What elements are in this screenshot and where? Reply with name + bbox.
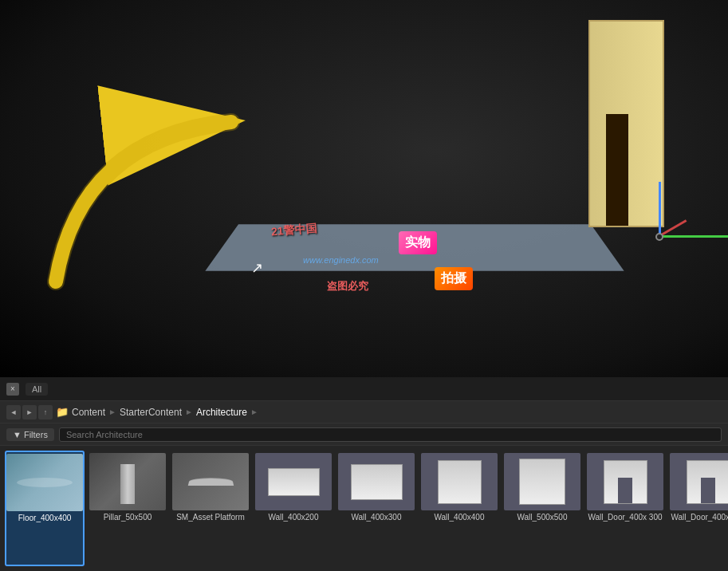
asset-item-wall-400x300[interactable]: Wall_400x300 [336,451,416,566]
asset-thumb-wall-400x300 [338,453,415,510]
asset-item-wall-door-400x400[interactable]: Wall_Door_400x 400 [668,451,728,566]
asset-thumb-pillar [89,453,166,510]
navigation-buttons: ◄ ► ↑ [6,405,53,419]
asset-item-wall-400x400[interactable]: Wall_400x400 [419,451,499,566]
wall-door-300-thumbnail [587,453,663,510]
door-cutout-300 [618,478,632,503]
gizmo-y-axis [659,182,661,238]
asset-thumb-wall-door-400x400 [670,453,728,510]
close-button[interactable]: × [6,383,19,396]
gizmo-x-axis [659,235,728,238]
asset-label-wall-door-400x400: Wall_Door_400x 400 [671,513,728,522]
wall-500-thumbnail [504,453,580,510]
asset-label-wall-door-400x300: Wall_Door_400x 300 [588,513,662,522]
wall-door-300-shape [604,460,647,504]
breadcrumb-startercontent[interactable]: StarterContent [120,407,182,418]
filter-button[interactable]: ▼ Filters [6,428,54,441]
asset-label-floor-400x400: Floor_400x400 [18,514,72,523]
asset-thumb-wall-door-400x300 [587,453,663,510]
asset-item-pillar-50x500[interactable]: Pillar_50x500 [88,451,167,566]
asset-thumb-platform [172,453,249,510]
asset-grid: Floor_400x400 Pillar_50x500 SM_Asset Pla… [0,446,728,571]
asset-item-wall-400x200[interactable]: Wall_400x200 [254,451,333,566]
asset-thumb-wall-400x200 [255,453,332,510]
breadcrumb-content[interactable]: Content [72,407,105,418]
pillar-thumbnail [89,453,166,510]
wall-300-shape [351,464,403,500]
platform-shape [187,478,233,485]
wall-200-shape [268,468,320,496]
viewport: ↗ 21警中国 www.enginedx.com 盗图必究 实物 拍摄 [0,0,728,377]
filter-bar: ▼ Filters [0,423,728,446]
asset-item-platform[interactable]: SM_Asset Platform [171,451,250,566]
wall-front-3d [588,20,664,227]
asset-label-wall-400x400: Wall_400x400 [434,513,484,522]
asset-thumb-wall-400x400 [421,453,498,510]
asset-label-platform: SM_Asset Platform [176,513,245,522]
wall-400-shape [438,460,482,504]
breadcrumb-sep-2: ► [185,408,193,416]
wall-400-thumbnail [421,453,498,510]
floor-thumbnail [6,454,83,511]
asset-label-pillar: Pillar_50x500 [104,513,152,522]
panel-topbar: × All [0,377,728,401]
folder-icon: 📁 [56,406,69,418]
gizmo-center [655,233,663,241]
wall-door-400-thumbnail [670,453,728,510]
nav-up-button[interactable]: ↑ [38,405,53,419]
asset-item-floor-400x400[interactable]: Floor_400x400 [5,451,85,566]
search-input[interactable] [59,427,722,442]
asset-label-wall-400x300: Wall_400x300 [351,513,401,522]
asset-item-wall-door-400x300[interactable]: Wall_Door_400x 300 [585,451,665,566]
platform-thumbnail [172,453,249,510]
asset-label-wall-400x200: Wall_400x200 [268,513,318,522]
asset-item-wall-500x500[interactable]: Wall_500x500 [502,451,582,566]
wall-300-thumbnail [338,453,415,510]
wall-200-thumbnail [255,453,332,510]
asset-label-wall-500x500: Wall_500x500 [517,513,567,522]
door-cutout-400 [701,478,715,503]
asset-thumb-wall-500x500 [504,453,580,510]
door-cutout-3d [606,114,628,226]
breadcrumb-sep-3: ► [250,408,258,416]
pillar-shape [120,464,135,504]
breadcrumb-bar: ◄ ► ↑ 📁 Content ► StarterContent ► Archi… [0,401,728,423]
content-browser-panel: × All ◄ ► ↑ 📁 Content ► StarterContent ►… [0,377,728,571]
wall-500-shape [519,459,565,505]
breadcrumb-architecture[interactable]: Architecture [196,407,247,418]
floor-plane-3d [205,224,624,270]
wall-door-400-shape [687,460,729,504]
tab-all[interactable]: All [26,383,48,396]
nav-forward-button[interactable]: ► [22,405,37,419]
nav-back-button[interactable]: ◄ [6,405,21,419]
asset-thumb-floor-400x400 [6,454,83,511]
breadcrumb-sep-1: ► [108,408,116,416]
